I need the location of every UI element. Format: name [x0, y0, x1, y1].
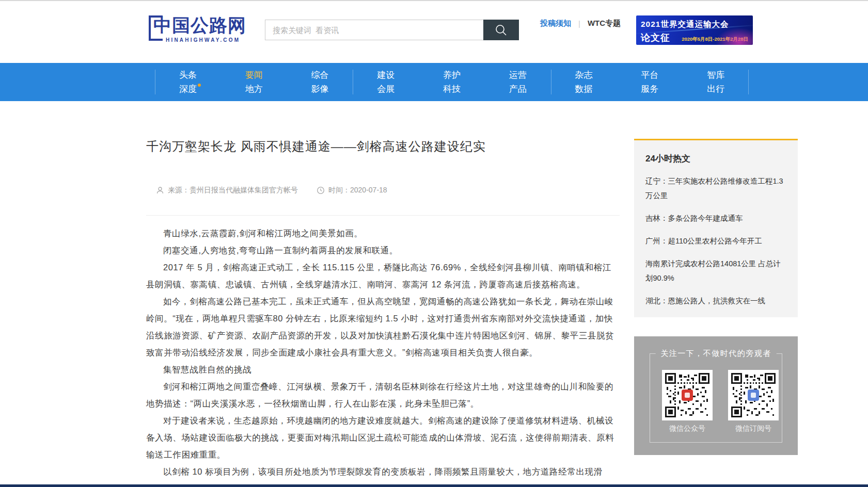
wechat-follow-panel: 关注一下，不做时代的旁观者 微信公众号 微信订阅号 [634, 336, 798, 455]
nav-item-products[interactable]: 产品 [485, 82, 551, 96]
paragraph: 闭塞交通,人穷地贫,弯弯山路一直制约着两县的发展和联通。 [146, 242, 620, 259]
hot-article-link[interactable]: 吉林：多条公路今年建成通车 [645, 211, 786, 225]
nav-item-maintenance[interactable]: 养护 [419, 68, 485, 82]
hot-article-link[interactable]: 海南累计完成农村公路14081公里 占总计划90.9% [645, 256, 786, 285]
nav-col-2: 要闻 地方 [221, 63, 287, 101]
article-source: 来源：贵州日报当代融媒体集团官方帐号 [156, 186, 298, 195]
paragraph: 以剑榕 10 标项目为例，该项目所处地质为节理裂隙发育的变质板岩，降雨频繁且雨量… [146, 463, 620, 480]
nav-item-data[interactable]: 数据 [551, 82, 617, 96]
nav-item-platform[interactable]: 平台 [617, 68, 683, 82]
qr-label-subscription-account: 微信订阅号 [728, 424, 779, 433]
nav-col-1: 头条 深度 [155, 63, 221, 101]
page: 中国公路网 HINAHIGHWAY.COM 投稿须知 | WTC专题 2021世… [0, 0, 868, 487]
qr-center-logo-blue [748, 389, 759, 401]
banner-title: 2021世界交通运输大会 [641, 19, 748, 30]
nav-col-8: 平台 服务 [617, 63, 683, 101]
nav-item-headlines[interactable]: 头条 [155, 68, 221, 82]
paragraph: 集智慧战胜自然的挑战 [146, 361, 620, 378]
nav-col-4: 建设 会展 [353, 63, 419, 101]
nav-col-3: 综合 影像 [287, 63, 353, 101]
hot-article-link[interactable]: 广州：超110公里农村公路今年开工 [645, 234, 786, 248]
nav-col-5: 养护 科技 [419, 63, 485, 101]
source-text: 来源：贵州日报当代融媒体集团官方帐号 [168, 186, 298, 195]
article-body: 青山绿水,云蒸霞蔚,剑河和榕江两地之间美景如画。 闭塞交通,人穷地贫,弯弯山路一… [146, 225, 620, 480]
qr-center-logo-red [682, 389, 693, 401]
hot-article-link[interactable]: 辽宁：三年实施农村公路维修改造工程1.3万公里 [645, 174, 786, 203]
top-border [0, 0, 868, 1]
hot-articles-panel: 24小时热文 辽宁：三年实施农村公路维修改造工程1.3万公里 吉林：多条公路今年… [634, 139, 798, 317]
clock-icon [317, 186, 325, 194]
conference-banner-ad[interactable]: 2021世界交通运输大会 论文征集 2020年5月8日-2021年2月28日 [636, 15, 753, 45]
nav-item-comprehensive[interactable]: 综合 [287, 68, 353, 82]
search-button[interactable] [483, 20, 519, 40]
nav-item-depth[interactable]: 深度 [155, 82, 221, 96]
article-meta: 来源：贵州日报当代融媒体集团官方帐号 时间：2020-07-18 [147, 186, 622, 197]
links-separator: | [578, 19, 580, 28]
nav-separator [155, 70, 155, 94]
qr-label-public-account: 微信公众号 [662, 424, 713, 433]
wechat-subscription-qr-code [728, 370, 779, 420]
nav-item-construction[interactable]: 建设 [353, 68, 419, 82]
banner-subtitle: 论文征集 [641, 31, 679, 45]
banner-dates: 2020年5月8日-2021年2月28日 [682, 36, 748, 43]
nav-item-local[interactable]: 地方 [221, 82, 287, 96]
paragraph: 对于建设者来说，生态越原始，环境越幽闭的地方建设难度就越大。剑榕高速的建设除了便… [146, 412, 620, 463]
wechat-public-qr-code [662, 370, 713, 420]
nav-col-7: 杂志 数据 [551, 63, 617, 101]
article-title: 千沟万壑架长龙 风雨不惧建通途——剑榕高速公路建设纪实 [146, 138, 621, 155]
nav-separator [353, 70, 353, 94]
wtc-topic-link[interactable]: WTC专题 [588, 19, 621, 28]
hot-article-link[interactable]: 湖北：恩施公路人，抗洪救灾在一线 [645, 294, 786, 308]
new-badge-dot [198, 84, 201, 87]
nav-col-6: 运营 产品 [485, 63, 551, 101]
paragraph: 剑河和榕江两地之间重峦叠嶂、江河纵横、景象万千，清朝名臣林则徐在行经这片土地，对… [146, 378, 620, 412]
nav-item-travel[interactable]: 出行 [683, 82, 749, 96]
paragraph: 青山绿水,云蒸霞蔚,剑河和榕江两地之间美景如画。 [146, 225, 620, 242]
meta-divider [146, 215, 620, 216]
nav-item-services[interactable]: 服务 [617, 82, 683, 96]
paragraph: 如今，剑榕高速公路已基本完工，虽未正式通车，但从高空眺望，宽阔通畅的高速公路犹如… [146, 293, 620, 361]
nav-item-exhibition[interactable]: 会展 [353, 82, 419, 96]
article-time: 时间：2020-07-18 [317, 186, 387, 195]
nav-item-thinktank[interactable]: 智库 [683, 68, 749, 82]
nav-item-magazine[interactable]: 杂志 [551, 68, 617, 82]
header-links: 投稿须知 | WTC专题 [540, 19, 621, 28]
paragraph: 2017 年 5 月，剑榕高速正式动工，全长 115.115 公里，桥隧比高达 … [146, 259, 620, 293]
nav-col-9: 智库 出行 [683, 63, 749, 101]
follow-panel-title: 关注一下，不做时代的旁观者 [655, 349, 777, 359]
logo-subtext: HINAHIGHWAY.COM [166, 37, 240, 43]
nav-separator [551, 70, 551, 94]
nav-item-images[interactable]: 影像 [287, 82, 353, 96]
logo-text: 中国公路网 [153, 13, 246, 38]
user-icon [156, 186, 164, 194]
main-nav: 头条 深度 要闻 地方 综合 影像 建设 会展 养护 科技 运营 产品 [0, 63, 868, 101]
search-icon [494, 23, 508, 37]
page-bottom-bar [0, 484, 868, 487]
nav-separator [748, 70, 749, 94]
site-logo[interactable]: 中国公路网 HINAHIGHWAY.COM [149, 13, 262, 44]
time-text: 时间：2020-07-18 [328, 186, 387, 195]
submission-notice-link[interactable]: 投稿须知 [540, 19, 571, 28]
hot-articles-title: 24小时热文 [645, 153, 786, 165]
nav-item-technology[interactable]: 科技 [419, 82, 485, 96]
nav-item-operation[interactable]: 运营 [485, 68, 551, 82]
nav-item-important-news[interactable]: 要闻 [221, 68, 287, 82]
search-input[interactable] [265, 20, 484, 40]
